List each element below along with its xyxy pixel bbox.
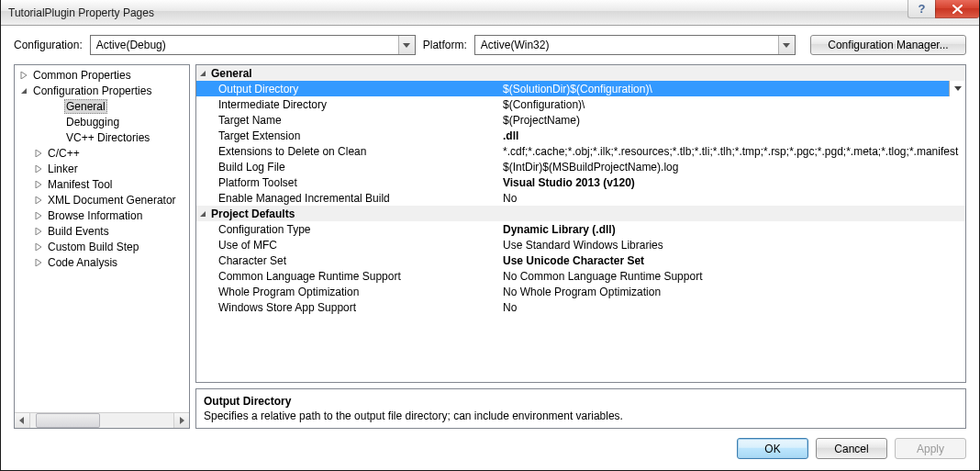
property-row[interactable]: Whole Program OptimizationNo Whole Progr… bbox=[196, 284, 965, 299]
group-collapse-icon[interactable] bbox=[196, 70, 209, 77]
category-tree[interactable]: Common PropertiesConfiguration Propertie… bbox=[15, 65, 189, 412]
tree-item[interactable]: Debugging bbox=[15, 114, 189, 129]
help-icon: ? bbox=[919, 2, 926, 16]
group-collapse-icon[interactable] bbox=[196, 210, 209, 218]
scroll-thumb[interactable] bbox=[36, 413, 100, 428]
property-row[interactable]: Platform ToolsetVisual Studio 2013 (v120… bbox=[196, 174, 965, 190]
tree-item-label: Browse Information bbox=[46, 209, 144, 222]
tree-item-label: Custom Build Step bbox=[46, 241, 140, 253]
tree-item-label: Debugging bbox=[64, 116, 121, 129]
tree-item[interactable]: Common Properties bbox=[15, 67, 189, 83]
tree-item[interactable]: Manifest Tool bbox=[15, 176, 189, 192]
client-area: Configuration: Active(Debug) Platform: A… bbox=[1, 26, 979, 470]
property-row[interactable]: Enable Managed Incremental BuildNo bbox=[196, 190, 965, 206]
property-value[interactable]: $(SolutionDir)$(Configuration)\ bbox=[501, 83, 949, 95]
property-value[interactable]: No bbox=[501, 301, 965, 314]
tree-expand-icon[interactable] bbox=[33, 257, 44, 268]
property-row[interactable]: Use of MFCUse Standard Windows Libraries bbox=[196, 237, 965, 252]
tree-item-label: VC++ Directories bbox=[64, 131, 151, 144]
tree-item[interactable]: Browse Information bbox=[15, 207, 189, 223]
tree-item[interactable]: General bbox=[15, 98, 189, 114]
tree-expand-icon[interactable] bbox=[33, 179, 44, 190]
ok-button[interactable]: OK bbox=[737, 438, 808, 459]
tree-item[interactable]: Custom Build Step bbox=[15, 239, 189, 254]
tree-item-label: Build Events bbox=[46, 225, 111, 238]
property-value[interactable]: .dll bbox=[501, 129, 965, 142]
tree-item-label: Configuration Properties bbox=[31, 84, 153, 97]
tree-spacer bbox=[51, 117, 62, 128]
property-value[interactable]: Use Unicode Character Set bbox=[501, 254, 965, 267]
titlebar[interactable]: TutorialPlugin Property Pages ? bbox=[1, 0, 979, 26]
tree-item[interactable]: Build Events bbox=[15, 223, 189, 239]
property-row[interactable]: Output Directory$(SolutionDir)$(Configur… bbox=[196, 81, 965, 96]
window-buttons: ? bbox=[908, 0, 979, 18]
property-row[interactable]: Configuration TypeDynamic Library (.dll) bbox=[196, 221, 965, 237]
property-row[interactable]: Target Extension.dll bbox=[196, 128, 965, 143]
tree-collapse-icon[interactable] bbox=[18, 85, 29, 96]
tree-item[interactable]: C/C++ bbox=[15, 145, 189, 161]
property-row[interactable]: Build Log File$(IntDir)$(MSBuildProjectN… bbox=[196, 159, 965, 174]
property-row[interactable]: Intermediate Directory$(Configuration)\ bbox=[196, 96, 965, 112]
property-group-header[interactable]: General bbox=[196, 65, 965, 81]
property-group-header[interactable]: Project Defaults bbox=[196, 206, 965, 221]
property-name: Whole Program Optimization bbox=[196, 286, 501, 298]
property-name: Windows Store App Support bbox=[196, 301, 501, 314]
property-value[interactable]: *.cdf;*.cache;*.obj;*.ilk;*.resources;*.… bbox=[501, 145, 965, 158]
property-value[interactable]: $(ProjectName) bbox=[501, 114, 965, 127]
tree-horizontal-scrollbar[interactable] bbox=[15, 412, 189, 428]
description-text: Specifies a relative path to the output … bbox=[204, 409, 958, 422]
tree-spacer bbox=[51, 132, 62, 143]
tree-item[interactable]: Configuration Properties bbox=[15, 83, 189, 98]
platform-select[interactable]: Active(Win32) bbox=[474, 35, 796, 55]
tree-item[interactable]: XML Document Generator bbox=[15, 192, 189, 207]
property-value[interactable]: No bbox=[501, 192, 965, 205]
property-row[interactable]: Windows Store App SupportNo bbox=[196, 299, 965, 315]
property-name: Build Log File bbox=[196, 161, 501, 174]
platform-dropdown[interactable]: Active(Win32) bbox=[474, 35, 796, 55]
tree-expand-icon[interactable] bbox=[33, 163, 44, 174]
tree-spacer bbox=[51, 101, 62, 112]
scroll-left-button[interactable] bbox=[15, 413, 30, 428]
tree-expand-icon[interactable] bbox=[18, 70, 29, 81]
cancel-button[interactable]: Cancel bbox=[816, 438, 887, 459]
scroll-right-button[interactable] bbox=[173, 413, 189, 428]
property-dropdown-button[interactable] bbox=[949, 81, 965, 96]
tree-expand-icon[interactable] bbox=[33, 210, 44, 221]
window-title: TutorialPlugin Property Pages bbox=[8, 6, 154, 19]
property-row[interactable]: Common Language Runtime SupportNo Common… bbox=[196, 268, 965, 284]
property-row[interactable]: Extensions to Delete on Clean*.cdf;*.cac… bbox=[196, 143, 965, 159]
right-panel: GeneralOutput Directory$(SolutionDir)$(C… bbox=[195, 64, 966, 429]
dialog-buttons: OK Cancel Apply bbox=[14, 438, 966, 459]
tree-item-label: XML Document Generator bbox=[46, 194, 178, 207]
tree-expand-icon[interactable] bbox=[33, 241, 44, 252]
property-name: Use of MFC bbox=[196, 239, 501, 252]
description-title: Output Directory bbox=[204, 395, 958, 408]
tree-item[interactable]: Linker bbox=[15, 161, 189, 176]
description-box: Output Directory Specifies a relative pa… bbox=[195, 388, 966, 429]
property-name: Extensions to Delete on Clean bbox=[196, 145, 501, 158]
help-button[interactable]: ? bbox=[908, 0, 935, 18]
property-name: Common Language Runtime Support bbox=[196, 270, 501, 283]
property-value[interactable]: $(Configuration)\ bbox=[501, 98, 965, 111]
configuration-select[interactable]: Active(Debug) bbox=[90, 35, 416, 55]
property-value[interactable]: No Common Language Runtime Support bbox=[501, 270, 965, 283]
close-button[interactable] bbox=[935, 0, 979, 18]
configuration-manager-button[interactable]: Configuration Manager... bbox=[810, 35, 966, 55]
close-icon bbox=[952, 5, 963, 14]
property-value[interactable]: $(IntDir)$(MSBuildProjectName).log bbox=[501, 161, 965, 174]
property-grid[interactable]: GeneralOutput Directory$(SolutionDir)$(C… bbox=[195, 64, 966, 383]
tree-expand-icon[interactable] bbox=[33, 226, 44, 237]
property-value[interactable]: Use Standard Windows Libraries bbox=[501, 239, 965, 252]
configuration-dropdown[interactable]: Active(Debug) bbox=[90, 35, 416, 55]
group-name: Project Defaults bbox=[209, 207, 295, 220]
tree-item-label: Manifest Tool bbox=[46, 178, 114, 191]
tree-item[interactable]: VC++ Directories bbox=[15, 129, 189, 145]
tree-expand-icon[interactable] bbox=[33, 195, 44, 206]
property-value[interactable]: Dynamic Library (.dll) bbox=[501, 223, 965, 236]
property-value[interactable]: Visual Studio 2013 (v120) bbox=[501, 176, 965, 189]
property-row[interactable]: Character SetUse Unicode Character Set bbox=[196, 252, 965, 268]
property-row[interactable]: Target Name$(ProjectName) bbox=[196, 112, 965, 128]
property-value[interactable]: No Whole Program Optimization bbox=[501, 286, 965, 298]
tree-item[interactable]: Code Analysis bbox=[15, 254, 189, 270]
tree-expand-icon[interactable] bbox=[33, 148, 44, 159]
